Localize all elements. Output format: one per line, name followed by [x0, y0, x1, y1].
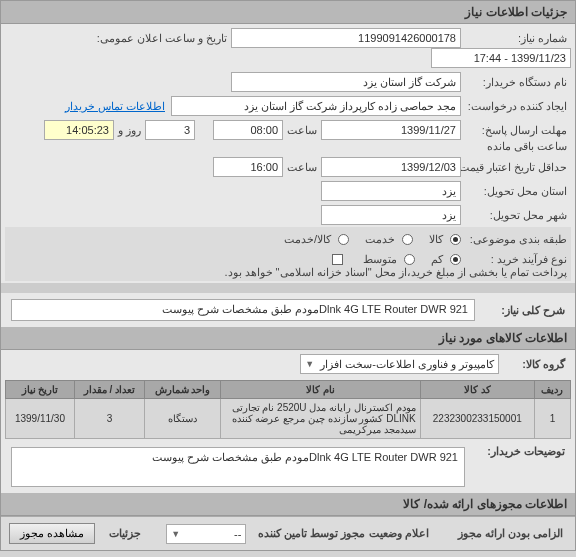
label-validity: حداقل تاریخ اعتبار قیمت: تا تاریخ:: [461, 161, 571, 174]
field-need-title: Dlnk 4G LTE Router DWR 921مودم طبق مشخصا…: [11, 299, 475, 321]
select-permit-status[interactable]: -- ▼: [166, 524, 246, 544]
cell-name: مودم اکسترنال رایانه مدل 2520U نام تجارت…: [220, 399, 420, 439]
section-header-need-info: جزئیات اطلاعات نیاز: [1, 1, 575, 24]
select-permit-value: --: [234, 528, 241, 540]
section-header-items: اطلاعات کالاهای مورد نیاز: [1, 327, 575, 350]
section-header-permits: اطلاعات مجوزهای ارائه شده/ کالا: [1, 493, 575, 516]
th-name: نام کالا: [220, 381, 420, 399]
label-payment-note: پرداخت تمام یا بخشی از مبلغ خرید،از محل …: [220, 266, 571, 279]
th-need-date: تاریخ نیاز: [6, 381, 75, 399]
label-ann-date: تاریخ و ساعت اعلان عمومی:: [101, 32, 231, 45]
select-product-group-value: کامپیوتر و فناوری اطلاعات-سخت افزار: [320, 358, 494, 371]
th-qty: تعداد / مقدار: [74, 381, 144, 399]
radio-label-goods: کالا: [425, 233, 447, 246]
field-buyer-notes: Dlnk 4G LTE Router DWR 921مودم طبق مشخصا…: [11, 447, 465, 487]
chevron-down-icon: ▼: [305, 359, 314, 369]
radio-goods-service[interactable]: [338, 234, 349, 245]
radio-group-grouping: کالا خدمت کالا/خدمت: [280, 233, 461, 246]
label-requester: ایجاد کننده درخواست:: [461, 100, 571, 113]
cell-row: 1: [534, 399, 570, 439]
items-table: ردیف کد کالا نام کالا واحد شمارش تعداد /…: [5, 380, 571, 439]
cell-code: 2232300233150001: [420, 399, 534, 439]
label-buyer-org: نام دستگاه خریدار:: [461, 76, 571, 89]
label-delivery-city: شهر محل تحویل:: [461, 209, 571, 222]
label-answer-deadline: مهلت ارسال پاسخ:: [461, 124, 571, 137]
view-permit-button[interactable]: مشاهده مجوز: [9, 523, 95, 544]
field-buyer-org: شرکت گاز استان یزد: [231, 72, 461, 92]
th-row: ردیف: [534, 381, 570, 399]
table-row[interactable]: 1 2232300233150001 مودم اکسترنال رایانه …: [6, 399, 571, 439]
radio-label-goods-service: کالا/خدمت: [280, 233, 335, 246]
label-grouping: طبقه بندی موضوعی:: [461, 233, 571, 246]
cell-need-date: 1399/11/30: [6, 399, 75, 439]
label-permit-status: اعلام وضعیت مجوز توسط تامین کننده: [254, 527, 432, 540]
link-contact-info[interactable]: اطلاعات تماس خریدار: [59, 100, 171, 113]
radio-mid[interactable]: [404, 254, 415, 265]
label-details: جزئیات: [105, 527, 145, 540]
field-delivery-city: یزد: [321, 205, 461, 225]
cell-qty: 3: [74, 399, 144, 439]
radio-label-low: کم: [427, 253, 447, 266]
field-answer-hour: 08:00: [213, 120, 283, 140]
radio-low[interactable]: [450, 254, 461, 265]
label-permit-required: الزامی بودن ارائه مجوز: [454, 527, 567, 540]
label-product-group: گروه کالا:: [499, 358, 569, 371]
label-buy-process: نوع فرآیند خرید :: [461, 253, 571, 266]
label-hour-2: ساعت: [283, 161, 321, 174]
radio-goods[interactable]: [450, 234, 461, 245]
checkbox-treasury[interactable]: [332, 254, 343, 265]
radio-label-service: خدمت: [361, 233, 399, 246]
field-requester: مجد حماصی زاده کارپرداز شرکت گاز استان ی…: [171, 96, 461, 116]
cell-unit: دستگاه: [145, 399, 221, 439]
th-unit: واحد شمارش: [145, 381, 221, 399]
field-need-no: 1199091426000178: [231, 28, 461, 48]
field-delivery-province: یزد: [321, 181, 461, 201]
label-buyer-notes: توضیحات خریدار:: [469, 445, 569, 458]
field-answer-days: 3: [145, 120, 195, 140]
chevron-down-icon: ▼: [171, 529, 180, 539]
select-product-group[interactable]: کامپیوتر و فناوری اطلاعات-سخت افزار ▼: [300, 354, 499, 374]
label-day-and: روز و: [114, 124, 145, 137]
th-code: کد کالا: [420, 381, 534, 399]
field-answer-date: 1399/11/27: [321, 120, 461, 140]
label-hour-1: ساعت: [283, 124, 321, 137]
field-validity-hour: 16:00: [213, 157, 283, 177]
label-remain: ساعت باقی مانده: [483, 140, 571, 153]
label-delivery-province: استان محل تحویل:: [461, 185, 571, 198]
radio-label-mid: متوسط: [359, 253, 401, 266]
label-need-no: شماره نیاز:: [461, 32, 571, 45]
radio-service[interactable]: [402, 234, 413, 245]
field-validity-date: 1399/12/03: [321, 157, 461, 177]
field-ann-date: 1399/11/23 - 17:44: [431, 48, 571, 68]
field-answer-remain: 14:05:23: [44, 120, 114, 140]
radio-group-process: کم متوسط: [359, 253, 461, 266]
label-need-title: شرح کلی نیاز:: [479, 304, 569, 317]
